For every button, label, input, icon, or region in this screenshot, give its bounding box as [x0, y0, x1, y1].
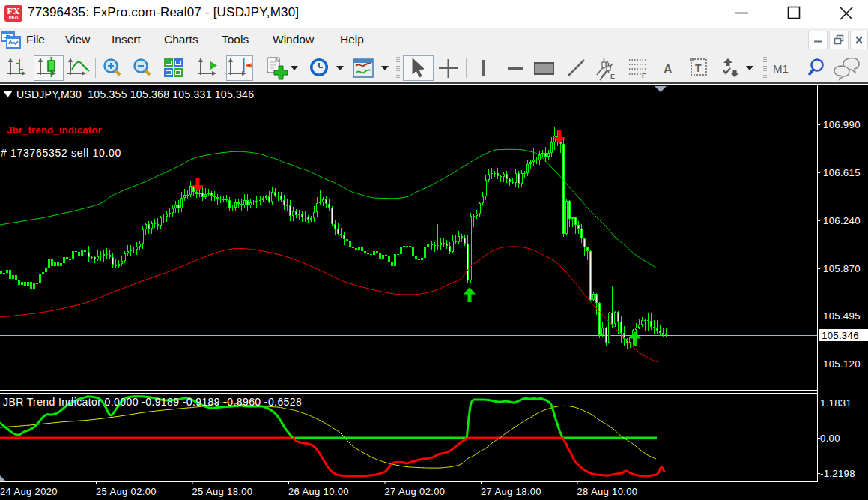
svg-text:M1: M1: [773, 62, 789, 75]
svg-text:105.346: 105.346: [822, 330, 859, 341]
svg-text:25 Aug 18:00: 25 Aug 18:00: [192, 486, 253, 497]
svg-text:105.870: 105.870: [823, 263, 861, 274]
svg-text:T: T: [695, 62, 702, 74]
svg-text:106.615: 106.615: [823, 167, 861, 178]
svg-text:106.240: 106.240: [823, 215, 861, 226]
svg-text:-1.2198: -1.2198: [820, 468, 855, 479]
svg-text:28 Aug 10:00: 28 Aug 10:00: [577, 486, 638, 497]
svg-text:Jbr_trend_indicator: Jbr_trend_indicator: [7, 124, 103, 136]
svg-text:24 Aug 2020: 24 Aug 2020: [0, 486, 58, 497]
svg-text:27 Aug 18:00: 27 Aug 18:00: [481, 486, 541, 497]
svg-text:A: A: [664, 63, 673, 76]
svg-text:E: E: [610, 73, 615, 80]
svg-text:25 Aug 02:00: 25 Aug 02:00: [96, 486, 157, 497]
svg-text:1.1831: 1.1831: [820, 397, 852, 409]
svg-text:105.495: 105.495: [823, 310, 861, 322]
svg-text:F: F: [642, 72, 646, 79]
svg-text:106.990: 106.990: [823, 119, 861, 130]
svg-text:105.120: 105.120: [823, 358, 861, 370]
svg-text:# 173765352 sell 10.00: # 173765352 sell 10.00: [1, 147, 121, 159]
svg-text:USDJPY,M30 105.355 105.368 10: USDJPY,M30 105.355 105.368 105.331 105.3…: [16, 88, 254, 100]
svg-text:0.00: 0.00: [820, 433, 840, 444]
svg-text:JBR Trend Indicator 0.0000 -0.: JBR Trend Indicator 0.0000 -0.9189 -0.91…: [3, 396, 302, 408]
svg-text:27 Aug 02:00: 27 Aug 02:00: [385, 486, 446, 497]
svg-text:26 Aug 10:00: 26 Aug 10:00: [288, 486, 349, 497]
